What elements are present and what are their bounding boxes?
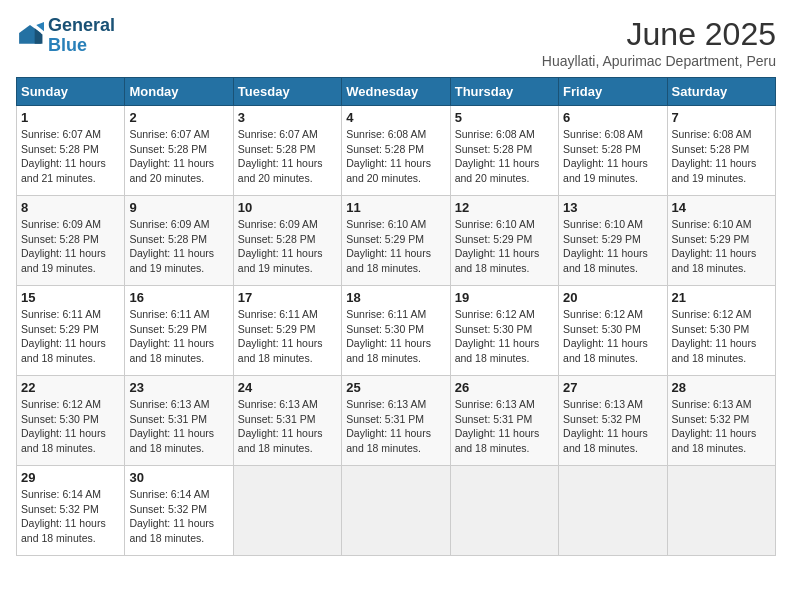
calendar-day-cell: 9Sunrise: 6:09 AMSunset: 5:28 PMDaylight… bbox=[125, 196, 233, 286]
day-info: Sunrise: 6:13 AMSunset: 5:32 PMDaylight:… bbox=[672, 397, 771, 456]
calendar-day-cell: 12Sunrise: 6:10 AMSunset: 5:29 PMDayligh… bbox=[450, 196, 558, 286]
day-info: Sunrise: 6:12 AMSunset: 5:30 PMDaylight:… bbox=[672, 307, 771, 366]
logo-line2: Blue bbox=[48, 36, 115, 56]
day-number: 26 bbox=[455, 380, 554, 395]
svg-marker-2 bbox=[36, 22, 44, 31]
day-info: Sunrise: 6:10 AMSunset: 5:29 PMDaylight:… bbox=[455, 217, 554, 276]
day-info: Sunrise: 6:08 AMSunset: 5:28 PMDaylight:… bbox=[346, 127, 445, 186]
calendar-day-cell: 27Sunrise: 6:13 AMSunset: 5:32 PMDayligh… bbox=[559, 376, 667, 466]
calendar-day-cell bbox=[342, 466, 450, 556]
day-info: Sunrise: 6:11 AMSunset: 5:29 PMDaylight:… bbox=[129, 307, 228, 366]
calendar-week-row: 22Sunrise: 6:12 AMSunset: 5:30 PMDayligh… bbox=[17, 376, 776, 466]
day-info: Sunrise: 6:13 AMSunset: 5:31 PMDaylight:… bbox=[238, 397, 337, 456]
day-info: Sunrise: 6:10 AMSunset: 5:29 PMDaylight:… bbox=[346, 217, 445, 276]
day-info: Sunrise: 6:11 AMSunset: 5:29 PMDaylight:… bbox=[238, 307, 337, 366]
weekday-header: Friday bbox=[559, 78, 667, 106]
calendar-day-cell: 30Sunrise: 6:14 AMSunset: 5:32 PMDayligh… bbox=[125, 466, 233, 556]
page-header: General Blue June 2025 Huayllati, Apurim… bbox=[16, 16, 776, 69]
calendar-day-cell: 17Sunrise: 6:11 AMSunset: 5:29 PMDayligh… bbox=[233, 286, 341, 376]
day-info: Sunrise: 6:09 AMSunset: 5:28 PMDaylight:… bbox=[21, 217, 120, 276]
day-number: 27 bbox=[563, 380, 662, 395]
day-number: 24 bbox=[238, 380, 337, 395]
day-number: 5 bbox=[455, 110, 554, 125]
day-info: Sunrise: 6:09 AMSunset: 5:28 PMDaylight:… bbox=[129, 217, 228, 276]
day-info: Sunrise: 6:14 AMSunset: 5:32 PMDaylight:… bbox=[21, 487, 120, 546]
calendar-header-row: SundayMondayTuesdayWednesdayThursdayFrid… bbox=[17, 78, 776, 106]
calendar-day-cell: 10Sunrise: 6:09 AMSunset: 5:28 PMDayligh… bbox=[233, 196, 341, 286]
calendar-day-cell: 29Sunrise: 6:14 AMSunset: 5:32 PMDayligh… bbox=[17, 466, 125, 556]
day-number: 7 bbox=[672, 110, 771, 125]
day-number: 15 bbox=[21, 290, 120, 305]
calendar-day-cell: 26Sunrise: 6:13 AMSunset: 5:31 PMDayligh… bbox=[450, 376, 558, 466]
calendar-day-cell: 7Sunrise: 6:08 AMSunset: 5:28 PMDaylight… bbox=[667, 106, 775, 196]
calendar-table: SundayMondayTuesdayWednesdayThursdayFrid… bbox=[16, 77, 776, 556]
day-number: 28 bbox=[672, 380, 771, 395]
day-info: Sunrise: 6:09 AMSunset: 5:28 PMDaylight:… bbox=[238, 217, 337, 276]
weekday-header: Monday bbox=[125, 78, 233, 106]
day-number: 4 bbox=[346, 110, 445, 125]
calendar-day-cell: 25Sunrise: 6:13 AMSunset: 5:31 PMDayligh… bbox=[342, 376, 450, 466]
day-number: 6 bbox=[563, 110, 662, 125]
calendar-day-cell: 4Sunrise: 6:08 AMSunset: 5:28 PMDaylight… bbox=[342, 106, 450, 196]
calendar-week-row: 29Sunrise: 6:14 AMSunset: 5:32 PMDayligh… bbox=[17, 466, 776, 556]
calendar-day-cell: 22Sunrise: 6:12 AMSunset: 5:30 PMDayligh… bbox=[17, 376, 125, 466]
day-info: Sunrise: 6:13 AMSunset: 5:31 PMDaylight:… bbox=[455, 397, 554, 456]
logo-icon bbox=[16, 22, 44, 50]
day-info: Sunrise: 6:07 AMSunset: 5:28 PMDaylight:… bbox=[21, 127, 120, 186]
calendar-day-cell: 16Sunrise: 6:11 AMSunset: 5:29 PMDayligh… bbox=[125, 286, 233, 376]
logo-text: General Blue bbox=[48, 16, 115, 56]
svg-marker-1 bbox=[35, 28, 43, 44]
calendar-day-cell: 20Sunrise: 6:12 AMSunset: 5:30 PMDayligh… bbox=[559, 286, 667, 376]
day-number: 3 bbox=[238, 110, 337, 125]
weekday-header: Thursday bbox=[450, 78, 558, 106]
day-info: Sunrise: 6:07 AMSunset: 5:28 PMDaylight:… bbox=[129, 127, 228, 186]
day-number: 30 bbox=[129, 470, 228, 485]
day-number: 29 bbox=[21, 470, 120, 485]
day-number: 21 bbox=[672, 290, 771, 305]
calendar-day-cell bbox=[233, 466, 341, 556]
day-number: 18 bbox=[346, 290, 445, 305]
day-number: 1 bbox=[21, 110, 120, 125]
day-number: 16 bbox=[129, 290, 228, 305]
calendar-week-row: 8Sunrise: 6:09 AMSunset: 5:28 PMDaylight… bbox=[17, 196, 776, 286]
day-info: Sunrise: 6:14 AMSunset: 5:32 PMDaylight:… bbox=[129, 487, 228, 546]
day-info: Sunrise: 6:12 AMSunset: 5:30 PMDaylight:… bbox=[21, 397, 120, 456]
day-number: 12 bbox=[455, 200, 554, 215]
month-title: June 2025 bbox=[542, 16, 776, 53]
day-number: 23 bbox=[129, 380, 228, 395]
day-info: Sunrise: 6:12 AMSunset: 5:30 PMDaylight:… bbox=[455, 307, 554, 366]
location-subtitle: Huayllati, Apurimac Department, Peru bbox=[542, 53, 776, 69]
day-number: 17 bbox=[238, 290, 337, 305]
day-number: 11 bbox=[346, 200, 445, 215]
calendar-day-cell: 13Sunrise: 6:10 AMSunset: 5:29 PMDayligh… bbox=[559, 196, 667, 286]
calendar-day-cell: 15Sunrise: 6:11 AMSunset: 5:29 PMDayligh… bbox=[17, 286, 125, 376]
calendar-day-cell: 1Sunrise: 6:07 AMSunset: 5:28 PMDaylight… bbox=[17, 106, 125, 196]
calendar-day-cell: 8Sunrise: 6:09 AMSunset: 5:28 PMDaylight… bbox=[17, 196, 125, 286]
day-info: Sunrise: 6:07 AMSunset: 5:28 PMDaylight:… bbox=[238, 127, 337, 186]
day-info: Sunrise: 6:11 AMSunset: 5:29 PMDaylight:… bbox=[21, 307, 120, 366]
weekday-header: Saturday bbox=[667, 78, 775, 106]
calendar-day-cell: 18Sunrise: 6:11 AMSunset: 5:30 PMDayligh… bbox=[342, 286, 450, 376]
calendar-day-cell bbox=[667, 466, 775, 556]
calendar-day-cell: 24Sunrise: 6:13 AMSunset: 5:31 PMDayligh… bbox=[233, 376, 341, 466]
day-info: Sunrise: 6:08 AMSunset: 5:28 PMDaylight:… bbox=[455, 127, 554, 186]
weekday-header: Sunday bbox=[17, 78, 125, 106]
calendar-day-cell bbox=[559, 466, 667, 556]
day-number: 20 bbox=[563, 290, 662, 305]
calendar-day-cell: 19Sunrise: 6:12 AMSunset: 5:30 PMDayligh… bbox=[450, 286, 558, 376]
weekday-header: Tuesday bbox=[233, 78, 341, 106]
logo-line1: General bbox=[48, 16, 115, 36]
calendar-day-cell: 11Sunrise: 6:10 AMSunset: 5:29 PMDayligh… bbox=[342, 196, 450, 286]
day-info: Sunrise: 6:08 AMSunset: 5:28 PMDaylight:… bbox=[563, 127, 662, 186]
day-info: Sunrise: 6:13 AMSunset: 5:32 PMDaylight:… bbox=[563, 397, 662, 456]
day-number: 22 bbox=[21, 380, 120, 395]
day-number: 10 bbox=[238, 200, 337, 215]
day-number: 9 bbox=[129, 200, 228, 215]
day-info: Sunrise: 6:10 AMSunset: 5:29 PMDaylight:… bbox=[563, 217, 662, 276]
calendar-day-cell: 14Sunrise: 6:10 AMSunset: 5:29 PMDayligh… bbox=[667, 196, 775, 286]
calendar-week-row: 15Sunrise: 6:11 AMSunset: 5:29 PMDayligh… bbox=[17, 286, 776, 376]
day-number: 2 bbox=[129, 110, 228, 125]
day-number: 8 bbox=[21, 200, 120, 215]
day-number: 25 bbox=[346, 380, 445, 395]
day-number: 14 bbox=[672, 200, 771, 215]
